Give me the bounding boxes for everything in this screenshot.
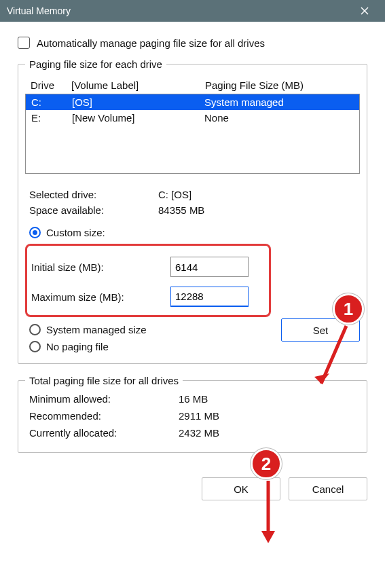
header-size: Paging File Size (MB) <box>205 79 354 91</box>
drive-group-legend: Paging file size for each drive <box>25 58 166 70</box>
no-paging-radio-row[interactable]: No paging file <box>29 341 360 352</box>
drive-group: Paging file size for each drive Drive [V… <box>18 58 367 364</box>
maximum-size-row: Maximum size (MB): <box>31 287 262 307</box>
recommended-value: 2911 MB <box>179 410 219 422</box>
space-available-row: Space available: 84355 MB <box>29 204 360 216</box>
initial-size-input[interactable] <box>170 257 249 277</box>
drive-row-c[interactable]: C: [OS] System managed <box>26 94 359 110</box>
header-label: [Volume Label] <box>71 79 205 91</box>
drive-headers: Drive [Volume Label] Paging File Size (M… <box>25 77 360 94</box>
auto-manage-label: Automatically manage paging file size fo… <box>37 37 265 49</box>
custom-size-radio-row[interactable]: Custom size: <box>29 227 360 238</box>
no-paging-radio[interactable] <box>29 341 41 352</box>
drive-list[interactable]: C: [OS] System managed E: [New Volume] N… <box>25 94 360 174</box>
cancel-button[interactable]: Cancel <box>289 477 367 500</box>
recommended-row: Recommended: 2911 MB <box>29 410 360 422</box>
no-paging-label: No paging file <box>46 341 109 352</box>
min-allowed-label: Minimum allowed: <box>29 393 179 405</box>
min-allowed-row: Minimum allowed: 16 MB <box>29 393 360 405</box>
current-allocated-label: Currently allocated: <box>29 427 179 439</box>
window-title: Virtual Memory <box>7 5 351 16</box>
totals-group: Total paging file size for all drives Mi… <box>18 375 367 453</box>
custom-size-highlight: Initial size (MB): Maximum size (MB): <box>25 244 271 317</box>
maximum-size-input[interactable] <box>170 287 249 307</box>
recommended-label: Recommended: <box>29 410 179 422</box>
min-allowed-value: 16 MB <box>179 393 208 405</box>
totals-legend: Total paging file size for all drives <box>25 375 183 386</box>
close-icon <box>361 7 369 15</box>
custom-size-label: Custom size: <box>46 227 105 238</box>
title-bar: Virtual Memory <box>0 0 385 22</box>
maximum-size-label: Maximum size (MB): <box>31 291 170 303</box>
selected-drive-row: Selected drive: C: [OS] <box>29 189 360 200</box>
auto-manage-checkbox[interactable] <box>18 37 30 49</box>
drive-label: [OS] <box>72 96 204 108</box>
current-allocated-row: Currently allocated: 2432 MB <box>29 427 360 439</box>
selected-drive-value: C: [OS] <box>158 189 191 200</box>
dialog-button-row: OK Cancel <box>0 472 385 511</box>
svg-marker-5 <box>261 531 275 543</box>
header-drive: Drive <box>31 79 71 91</box>
initial-size-label: Initial size (MB): <box>31 261 170 273</box>
drive-letter: E: <box>31 112 72 124</box>
selected-drive-label: Selected drive: <box>29 189 158 200</box>
close-button[interactable] <box>351 0 378 22</box>
drive-size: System managed <box>204 96 354 108</box>
auto-manage-row[interactable]: Automatically manage paging file size fo… <box>18 37 367 49</box>
drive-label: [New Volume] <box>72 112 204 124</box>
drive-letter: C: <box>31 96 72 108</box>
custom-size-radio[interactable] <box>29 227 41 238</box>
space-available-label: Space available: <box>29 204 158 216</box>
initial-size-row: Initial size (MB): <box>31 257 262 277</box>
system-managed-label: System managed size <box>46 324 147 335</box>
drive-row-e[interactable]: E: [New Volume] None <box>26 110 359 126</box>
set-button[interactable]: Set <box>281 318 360 342</box>
current-allocated-value: 2432 MB <box>179 427 219 439</box>
space-available-value: 84355 MB <box>158 204 204 216</box>
drive-size: None <box>204 112 354 124</box>
ok-button[interactable]: OK <box>202 477 280 500</box>
system-managed-radio[interactable] <box>29 324 41 335</box>
